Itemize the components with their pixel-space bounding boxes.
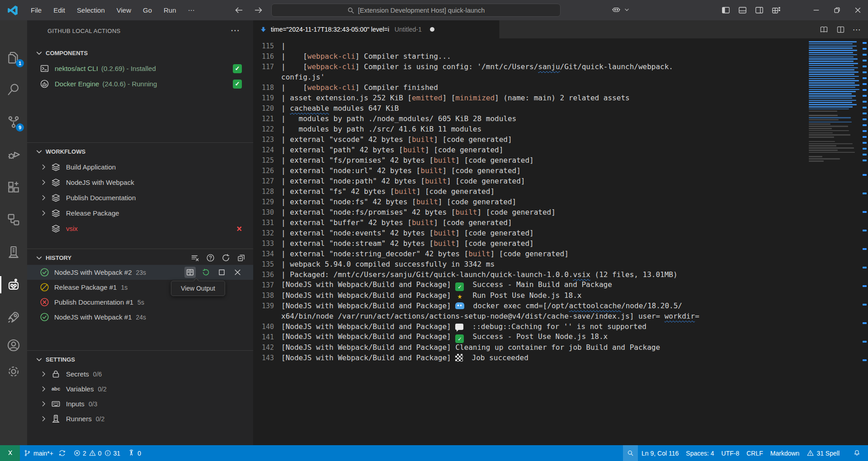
source-control-icon[interactable]: 9 [0, 109, 27, 135]
toggle-panel-icon[interactable] [737, 5, 748, 15]
section-header-history[interactable]: HISTORY [27, 251, 253, 264]
chevron-right-icon[interactable] [40, 194, 47, 202]
zoom-status[interactable] [623, 445, 638, 461]
search-view-icon[interactable] [0, 76, 27, 103]
component-row[interactable]: Docker Engine (24.0.6) - Running ✓ [27, 76, 253, 91]
copilot-menu[interactable] [611, 5, 630, 14]
toggle-primary-sidebar-icon[interactable] [721, 5, 731, 15]
settings-gear-icon[interactable] [0, 358, 27, 385]
setting-row-secrets[interactable]: Secrets 0/6 [27, 367, 253, 381]
minimap[interactable] [807, 38, 862, 445]
workflow-row[interactable]: Build Application [27, 160, 253, 174]
code-line[interactable]: 117 | [webpack-cli] Compiler is using co… [253, 61, 807, 72]
setting-row-inputs[interactable]: Inputs 0/3 [27, 396, 253, 411]
back-arrow-icon[interactable] [234, 5, 244, 15]
menu-view[interactable]: View [111, 4, 137, 17]
code-line[interactable]: 128 | external "fs" 42 bytes [built] [co… [253, 186, 807, 197]
language-mode-status[interactable]: Markdown [767, 445, 803, 461]
encoding-status[interactable]: UTF-8 [718, 445, 743, 461]
menu-go[interactable]: Go [137, 4, 158, 17]
restart-run-button[interactable] [200, 267, 212, 278]
stop-run-button[interactable] [216, 267, 227, 278]
code-line[interactable]: 143 [NodeJS with Webpack/Build and Packa… [253, 353, 807, 363]
setting-row-runners[interactable]: Runners 0/2 [27, 411, 253, 426]
menu-selection[interactable]: Selection [71, 4, 111, 17]
chevron-right-icon[interactable] [40, 400, 47, 408]
workflow-row[interactable]: NodeJS with Webpack [27, 175, 253, 190]
spell-checker-status[interactable]: 31 Spell [803, 445, 843, 461]
collapse-all-icon[interactable] [237, 254, 245, 262]
chevron-right-icon[interactable] [40, 163, 47, 171]
code-line[interactable]: config.js' [253, 72, 807, 82]
remove-run-button[interactable] [232, 267, 243, 278]
customize-layout-icon[interactable] [771, 5, 781, 15]
history-row[interactable]: Publish Documentation #1 5s [27, 295, 253, 310]
section-header-workflows[interactable]: WORKFLOWS [27, 145, 253, 158]
code-line[interactable]: 119 | asset extension.js 252 KiB [emitte… [253, 93, 807, 103]
code-line[interactable]: 141 [NodeJS with Webpack/Build and Packa… [253, 332, 807, 342]
chevron-right-icon[interactable] [40, 385, 47, 393]
menu-file[interactable]: File [25, 4, 47, 17]
problems-status[interactable]: 2 0 31 [70, 445, 124, 461]
indentation-status[interactable]: Spaces: 4 [682, 445, 717, 461]
run-debug-icon[interactable] [0, 141, 27, 168]
sidebar-more-actions[interactable]: ⋯ [231, 25, 241, 36]
code-line[interactable]: 135 | webpack 5.94.0 compiled successful… [253, 259, 807, 269]
account-icon[interactable] [0, 332, 27, 358]
runner-device-icon[interactable] [0, 239, 27, 265]
workflow-row[interactable]: Publish Documentation [27, 190, 253, 205]
ports-status[interactable]: 0 [124, 445, 145, 461]
menu-more[interactable]: ⋯ [182, 4, 202, 17]
code-line[interactable]: 131 | external "buffer" 42 bytes [built]… [253, 217, 807, 228]
command-center-search[interactable]: [Extension Development Host] quick-launc… [271, 4, 561, 17]
cursor-position-status[interactable]: Ln 9, Col 116 [638, 445, 682, 461]
code-line[interactable]: x64/bin/node /var/run/act/actions/action… [253, 311, 807, 321]
code-line[interactable]: 136 | Packaged: /mnt/c/Users/sanju/Git/q… [253, 269, 807, 280]
code-line[interactable]: 127 | external "node:path" 42 bytes [bui… [253, 176, 807, 186]
minimize-button[interactable] [806, 0, 826, 20]
code-line[interactable]: 138 [NodeJS with Webpack/Build and Packa… [253, 290, 807, 301]
eol-status[interactable]: CRLF [743, 445, 767, 461]
code-line[interactable]: 139 [NodeJS with Webpack/Build and Packa… [253, 301, 807, 311]
extensions-icon[interactable] [0, 174, 27, 200]
section-header-settings[interactable]: SETTINGS [27, 353, 253, 366]
code-line[interactable]: 116 | [webpack-cli] Compiler starting... [253, 51, 807, 61]
code-line[interactable]: 126 | external "node:url" 42 bytes [buil… [253, 165, 807, 176]
code-line[interactable]: 122 | modules by path ./src/ 41.6 KiB 11… [253, 124, 807, 134]
history-row[interactable]: NodeJS with Webpack #2 23s [27, 265, 253, 280]
open-preview-icon[interactable] [819, 25, 829, 34]
code-line[interactable]: 120 | cacheable modules 647 KiB [253, 103, 807, 113]
git-branch-status[interactable]: main*+ [20, 445, 70, 461]
code-line[interactable]: 140 [NodeJS with Webpack/Build and Packa… [253, 321, 807, 332]
explorer-icon[interactable]: 1 [0, 45, 27, 71]
workflow-row[interactable]: Release Package [27, 206, 253, 221]
clear-history-icon[interactable] [191, 254, 199, 262]
more-editor-actions[interactable]: ⋯ [853, 24, 862, 35]
split-editor-icon[interactable] [836, 25, 845, 34]
code-line[interactable]: 134 | external "node:string_decoder" 42 … [253, 249, 807, 259]
refresh-icon[interactable] [222, 254, 230, 262]
forward-arrow-icon[interactable] [254, 5, 263, 15]
remote-indicator[interactable] [0, 445, 20, 461]
history-row[interactable]: NodeJS with Webpack #1 24s [27, 310, 253, 325]
chevron-right-icon[interactable] [40, 209, 47, 217]
notifications-status[interactable] [849, 445, 864, 461]
chevron-right-icon[interactable] [40, 370, 47, 378]
remote-explorer-icon[interactable] [0, 207, 27, 233]
toggle-secondary-sidebar-icon[interactable] [754, 5, 764, 15]
view-output-button[interactable] [184, 267, 196, 278]
menu-run[interactable]: Run [158, 4, 182, 17]
tab-dirty-indicator[interactable] [430, 27, 434, 32]
code-line[interactable]: 130 | external "node:fs/promises" 42 byt… [253, 207, 807, 217]
workflow-error-icon[interactable]: × [236, 224, 242, 233]
code-line[interactable]: 124 | external "path" 42 bytes [built] [… [253, 145, 807, 155]
component-row[interactable]: nektos/act CLI (0.2.69) - Installed ✓ [27, 61, 253, 76]
code-line[interactable]: 115 | [253, 41, 807, 51]
chevron-right-icon[interactable] [40, 415, 47, 423]
editor-pane[interactable]: 115 | 116 | [webpack-cli] Compiler start… [253, 38, 868, 445]
code-line[interactable]: 125 | external "fs/promises" 42 bytes [b… [253, 155, 807, 165]
help-icon[interactable] [206, 254, 215, 262]
github-local-actions-icon[interactable] [0, 272, 27, 298]
menu-edit[interactable]: Edit [47, 4, 71, 17]
code-line[interactable]: 118 | [webpack-cli] Compiler finished [253, 82, 807, 93]
